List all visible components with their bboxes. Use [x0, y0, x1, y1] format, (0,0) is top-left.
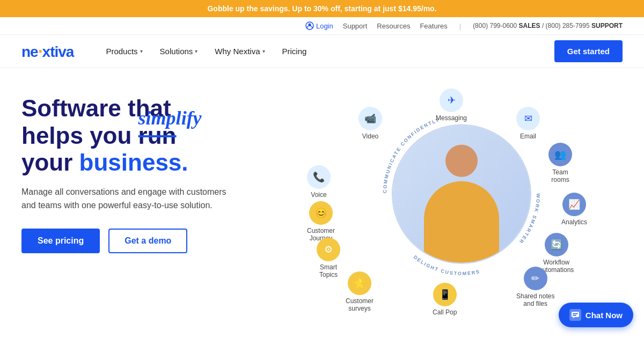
see-pricing-button[interactable]: See pricing [21, 229, 100, 253]
voice-icon: 📞 [307, 165, 331, 189]
orbit-voice: 📞 Voice [307, 165, 331, 199]
hero-left: Software that helps you simplify run you… [21, 84, 301, 310]
nav-why-nextiva[interactable]: Why Nextiva ▾ [215, 47, 265, 56]
user-icon [305, 21, 314, 30]
orbit-smart-topics: ⚙ SmartTopics [317, 238, 340, 278]
person-image [393, 126, 530, 263]
analytics-icon: 📈 [562, 193, 586, 216]
chevron-down-icon: ▾ [140, 48, 143, 54]
shared-notes-icon: ✏ [524, 267, 547, 290]
promo-text: Gobble up the savings. Up to 30% off, st… [207, 4, 436, 13]
get-started-button[interactable]: Get started [554, 40, 623, 62]
chevron-down-icon: ▾ [195, 48, 197, 54]
phone-sales-info: (800) 799-0600 SALES / (800) 285-7995 SU… [473, 22, 623, 30]
svg-rect-7 [573, 313, 578, 314]
center-circle [392, 124, 531, 264]
logo[interactable]: ne·xtiva [21, 41, 74, 61]
resources-link[interactable]: Resources [377, 22, 410, 30]
orbit-email: ✉ Email [516, 107, 540, 140]
orbit-call-pop: 📱 Call Pop [433, 283, 457, 316]
orbit-team-rooms: 👥 Teamrooms [548, 143, 572, 183]
promo-banner: Gobble up the savings. Up to 30% off, st… [0, 0, 644, 17]
nav-solutions[interactable]: Solutions ▾ [160, 47, 198, 56]
nav-products[interactable]: Products ▾ [106, 47, 142, 56]
chat-bubble-icon [572, 312, 579, 318]
orbit-video: 📹 Video [358, 107, 382, 140]
orbit-messaging: ✈ Messaging [436, 89, 467, 122]
email-icon: ✉ [516, 107, 540, 130]
orbit-customer-journey: 😊 CustomerJourney [307, 201, 335, 242]
features-link[interactable]: Features [420, 22, 447, 30]
workflow-icon: 🔄 [545, 233, 568, 256]
team-rooms-icon: 👥 [548, 143, 572, 166]
chat-icon [569, 309, 581, 321]
nav-links: Products ▾ Solutions ▾ Why Nextiva ▾ Pri… [106, 47, 554, 56]
nav-pricing[interactable]: Pricing [282, 47, 307, 56]
messaging-icon: ✈ [440, 89, 463, 112]
divider: | [459, 22, 461, 30]
svg-rect-5 [572, 312, 579, 317]
video-icon: 📹 [358, 107, 382, 130]
utility-bar: Login Support Resources Features | (800)… [0, 17, 644, 35]
svg-marker-6 [573, 317, 575, 318]
chevron-down-icon: ▾ [262, 48, 265, 54]
call-pop-icon: 📱 [433, 283, 457, 306]
hero-description: Manage all conversations and engage with… [21, 185, 236, 212]
orbit-analytics: 📈 Analytics [561, 193, 587, 226]
hero-title: Software that helps you simplify run you… [21, 95, 301, 177]
run-word: simplify run [138, 122, 177, 150]
customer-surveys-icon: ⭐ [348, 271, 371, 295]
login-link[interactable]: Login [305, 21, 333, 30]
simplify-word: simplify [138, 107, 202, 129]
hero-buttons: See pricing Get a demo [21, 229, 301, 253]
support-link[interactable]: Support [343, 22, 368, 30]
orbit-customer-surveys: ⭐ Customersurveys [346, 271, 374, 312]
hero-section: Software that helps you simplify run you… [0, 68, 644, 310]
orbit-shared-notes: ✏ Shared notesand files [516, 267, 554, 307]
main-nav: ne·xtiva Products ▾ Solutions ▾ Why Next… [0, 35, 644, 68]
svg-rect-8 [573, 315, 576, 316]
customer-journey-icon: 😊 [309, 201, 333, 225]
hero-diagram: COMMUNICATE CONFIDENTLY WORK SMARTER DEL… [301, 84, 623, 310]
chat-now-button[interactable]: Chat Now [559, 303, 633, 327]
get-demo-button[interactable]: Get a demo [108, 229, 187, 253]
smart-topics-icon: ⚙ [317, 238, 340, 261]
